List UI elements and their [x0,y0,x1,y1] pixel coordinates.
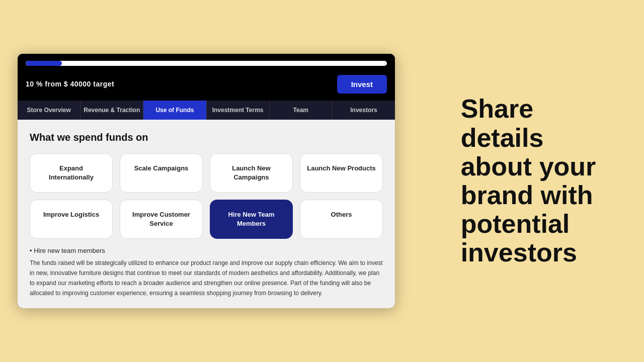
tag-expand-internationally[interactable]: Expand Internationally [30,153,113,193]
description-text: The funds raised will be strategically u… [30,258,383,298]
header-bar: 10 % from $ 40000 target Invest [18,71,395,101]
tag-others[interactable]: Others [300,200,383,239]
right-panel: Share details about your brand with pote… [413,74,644,287]
tags-grid: Expand Internationally Scale Campaigns L… [30,153,383,239]
tagline-line6: investors [461,238,577,267]
tagline-line3: about your [461,152,596,181]
tab-investment-terms[interactable]: Investment Terms [207,101,270,120]
progress-bar-track [26,61,387,66]
tagline: Share details about your brand with pote… [461,95,596,267]
app-window: 10 % from $ 40000 target Invest Store Ov… [18,54,395,309]
tagline-line1: Share [461,94,534,123]
tab-revenue-traction[interactable]: Revenue & Traction [80,101,143,120]
tab-investors[interactable]: Investors [333,101,395,120]
nav-tabs: Store Overview Revenue & Traction Use of… [18,101,395,120]
bullet-point: Hire new team members [30,247,383,254]
tagline-line4: brand with [461,180,593,210]
tag-launch-new-campaigns[interactable]: Launch New Campaigns [210,153,293,193]
section-title: What we spend funds on [30,132,383,143]
invest-button[interactable]: Invest [337,75,387,94]
tab-team[interactable]: Team [270,101,333,120]
tab-store-overview[interactable]: Store Overview [18,101,80,120]
left-panel: 10 % from $ 40000 target Invest Store Ov… [0,0,413,362]
tab-use-of-funds[interactable]: Use of Funds [143,101,206,120]
tag-improve-logistics[interactable]: Improve Logistics [30,200,113,239]
tagline-line5: potential [461,209,570,238]
content-area: What we spend funds on Expand Internatio… [18,120,395,309]
progress-bar-fill [26,61,62,66]
tag-improve-customer-service[interactable]: Improve Customer Service [120,200,203,239]
tag-launch-new-products[interactable]: Launch New Products [300,153,383,193]
tag-hire-new-team-members[interactable]: Hire New Team Members [210,200,293,239]
tag-scale-campaigns[interactable]: Scale Campaigns [120,153,203,193]
tagline-line2: details [461,123,544,152]
progress-bar-container [18,54,395,71]
funding-text: 10 % from $ 40000 target [26,80,114,88]
